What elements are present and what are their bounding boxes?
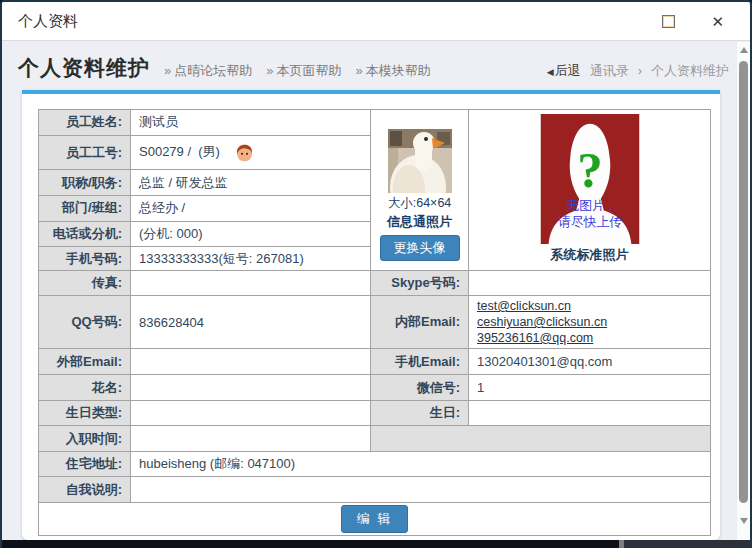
chevrons-icon: » [355,63,362,78]
dialog-title: 个人资料 [18,12,78,31]
chevrons-icon: » [164,63,171,78]
table-row: 花名: 微信号: 1 [39,375,711,401]
page-header: 个人资料维护 »点晴论坛帮助 »本页面帮助 »本模块帮助 ◀后退 通讯录 › 个… [18,54,729,82]
standard-photo-cell: ? 无图片， 请尽快上传 系统标准照片 [469,110,711,271]
forum-help-link[interactable]: »点晴论坛帮助 [164,62,252,80]
gender-value: (男) [198,144,220,159]
profile-table: 员工姓名: 测试员 [38,109,711,536]
qq-value: 836628404 [131,296,371,349]
department-value: 总经办 / [131,196,371,222]
avatar-photo [388,129,452,193]
employee-id-value: S00279 / (男) [131,135,371,170]
department-label: 部门/班组: [39,196,131,222]
boy-face-icon [234,143,255,163]
table-footer-row: 编 辑 [39,503,711,536]
no-image-text-line1: 无图片， [566,198,617,213]
page-help-link[interactable]: »本页面帮助 [266,62,341,80]
address-value: hubeisheng (邮编: 047100) [131,452,711,477]
hire-date-value [131,426,371,452]
info-photo-caption: 信息通照片 [379,213,460,231]
alias-label: 花名: [39,375,131,401]
standard-photo-caption: 系统标准照片 [477,246,702,264]
name-value: 测试员 [131,110,371,136]
vertical-scrollbar[interactable] [736,42,750,542]
email-link[interactable]: test@clicksun.cn [477,298,702,314]
window-controls: ✕ [662,2,724,41]
change-avatar-button[interactable]: 更换头像 [380,235,460,261]
scroll-up-icon[interactable] [740,47,748,53]
mobile-label: 手机号码: [39,247,131,271]
email-link[interactable]: 395236161@qq.com [477,330,702,346]
table-row: 住宅地址: hubeisheng (邮编: 047100) [39,452,711,477]
table-row: 自我说明: [39,477,711,503]
external-email-label: 外部Email: [39,349,131,375]
self-intro-value [131,477,711,503]
fax-value [131,271,371,296]
wechat-label: 微信号: [371,375,469,401]
employee-id-label: 员工工号: [39,135,131,170]
birthday-label: 生日: [371,401,469,426]
birthday-value [469,401,711,426]
mobile-email-label: 手机Email: [371,349,469,375]
fax-label: 传真: [39,271,131,296]
breadcrumb-current: 个人资料维护 [651,62,729,80]
mobile-value: 13333333333(短号: 267081) [131,247,371,271]
table-row: 入职时间: [39,426,711,452]
breadcrumb-separator: › [638,63,642,78]
profile-panel: 员工姓名: 测试员 [22,90,720,540]
internal-email-value: test@clicksun.cn ceshiyuan@clicksun.cn 3… [469,296,711,349]
footer-cell: 编 辑 [39,503,711,536]
wechat-value: 1 [469,375,711,401]
empty-gray-cell [371,426,711,452]
birthday-type-label: 生日类型: [39,401,131,426]
email-link[interactable]: ceshiyuan@clicksun.cn [477,314,702,330]
table-row: 传真: Skype号码: [39,271,711,296]
edit-button[interactable]: 编 辑 [341,505,409,533]
table-row: 生日类型: 生日: [39,401,711,426]
background-bottom-strip [2,540,750,548]
job-title-label: 职称/职务: [39,170,131,196]
table-row: 员工姓名: 测试员 [39,110,711,136]
scroll-down-icon[interactable] [740,518,748,524]
back-button[interactable]: ◀后退 [547,62,581,80]
mobile-email-value: 13020401301@qq.com [469,349,711,375]
self-intro-label: 自我说明: [39,477,131,503]
phone-value: (分机: 000) [131,221,371,247]
job-title-value: 总监 / 研发总监 [131,170,371,196]
maximize-icon[interactable] [662,15,675,28]
info-photo-cell: 大小:64×64 信息通照片 更换头像 [371,110,469,271]
name-label: 员工姓名: [39,110,131,136]
no-image-text-line2: 请尽快上传 [558,214,622,229]
close-icon[interactable]: ✕ [711,14,724,29]
chevrons-icon: » [266,63,273,78]
skype-label: Skype号码: [371,271,469,296]
page-title: 个人资料维护 [18,54,150,82]
background-segment [624,540,750,548]
help-links: »点晴论坛帮助 »本页面帮助 »本模块帮助 [164,62,431,80]
skype-value [469,271,711,296]
page-body: 个人资料维护 »点晴论坛帮助 »本页面帮助 »本模块帮助 ◀后退 通讯录 › 个… [2,42,739,540]
qq-label: QQ号码: [39,296,131,349]
breadcrumb: ◀后退 通讯录 › 个人资料维护 [547,62,729,80]
internal-email-label: 内部Email: [371,296,469,349]
external-email-value [131,349,371,375]
birthday-type-value [131,401,371,426]
photo-size-text: 大小:64×64 [379,195,460,212]
address-label: 住宅地址: [39,452,131,477]
scrollbar-thumb[interactable] [739,61,748,503]
breadcrumb-contacts[interactable]: 通讯录 [590,62,629,80]
dialog-titlebar: 个人资料 ✕ [2,2,750,41]
alias-value [131,375,371,401]
profile-dialog: 个人资料 ✕ 个人资料维护 »点晴论坛帮助 »本页面帮助 »本模块帮助 ◀后退 … [0,0,752,548]
phone-label: 电话或分机: [39,221,131,247]
table-row: QQ号码: 836628404 内部Email: test@clicksun.c… [39,296,711,349]
table-row: 外部Email: 手机Email: 13020401301@qq.com [39,349,711,375]
hire-date-label: 入职时间: [39,426,131,452]
question-mark-icon: ? [577,141,603,198]
back-arrow-icon: ◀ [547,67,554,77]
module-help-link[interactable]: »本模块帮助 [355,62,430,80]
standard-photo-placeholder: ? 无图片， 请尽快上传 [540,114,640,244]
